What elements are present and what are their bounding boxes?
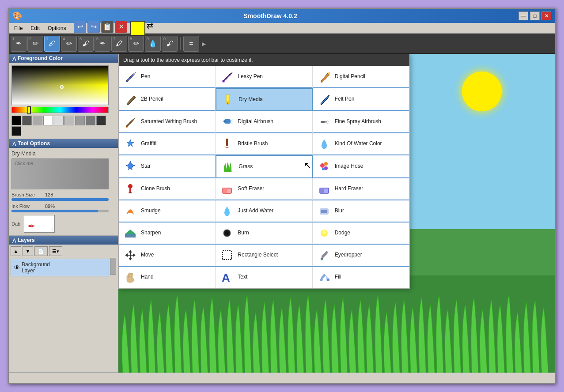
- hue-bar[interactable]: [11, 107, 109, 113]
- foreground-chevron: ⋀: [12, 56, 16, 61]
- express-tool-0[interactable]: 0🖌: [162, 36, 178, 52]
- tool-dry-media[interactable]: Dry Media: [216, 88, 312, 111]
- express-tool-minus[interactable]: —=: [183, 36, 199, 52]
- minimize-button[interactable]: —: [519, 11, 528, 20]
- express-tool-4[interactable]: 4✏: [61, 36, 77, 52]
- burn-icon: [220, 226, 234, 240]
- tool-fill[interactable]: Fill: [313, 267, 409, 288]
- toolbar-copy-icon[interactable]: 📋: [101, 21, 114, 33]
- swatch-darkgray[interactable]: [22, 116, 32, 125]
- express-tool-8[interactable]: 8✏: [128, 36, 144, 52]
- background-layer[interactable]: 👁 BackgroundLayer: [11, 259, 109, 276]
- tool-soft-eraser[interactable]: Soft Eraser: [216, 178, 312, 200]
- tool-bristle-brush[interactable]: Bristle Brush: [216, 133, 312, 155]
- toolbar-undo-icon[interactable]: ↩: [74, 21, 86, 33]
- tool-eyedropper[interactable]: Eyedropper: [313, 245, 409, 267]
- express-tool-1[interactable]: 1✒: [11, 36, 26, 52]
- brush-size-slider[interactable]: [11, 198, 109, 201]
- maximize-button[interactable]: □: [530, 11, 540, 20]
- ink-flow-value: 89%: [45, 204, 61, 209]
- menu-edit[interactable]: Edit: [27, 24, 43, 32]
- express-tool-5[interactable]: 5🖌: [78, 36, 94, 52]
- tool-just-add-water[interactable]: Just Add Water: [216, 200, 312, 222]
- tool-leaky-pen[interactable]: Leaky Pen: [216, 66, 312, 88]
- layer-options-button[interactable]: ☰▾: [49, 246, 62, 256]
- tool-grass[interactable]: Grass: [216, 155, 312, 178]
- tool-digital-airbrush[interactable]: Digital Airbrush: [216, 111, 312, 133]
- color-picker-icon[interactable]: ⇄: [147, 21, 153, 36]
- tool-options-chevron: ⋀: [12, 141, 16, 146]
- dab-label: Dab: [11, 221, 20, 226]
- tool-options-header: ⋀ Tool Options: [9, 139, 118, 148]
- color-picker-area[interactable]: [9, 63, 118, 139]
- swatch-silver[interactable]: [64, 116, 74, 125]
- svg-rect-24: [320, 188, 324, 193]
- tool-image-hose[interactable]: Image Hose: [313, 155, 409, 178]
- tool-sharpen[interactable]: Sharpen: [119, 222, 216, 245]
- saturated-writing-brush-label: Saturated Writing Brush: [141, 118, 197, 125]
- tool-text[interactable]: A Text: [216, 267, 312, 288]
- tool-digital-pencil[interactable]: Digital Pencil: [313, 66, 409, 88]
- tool-hard-eraser[interactable]: Hard Eraser: [313, 178, 409, 200]
- dab-preview[interactable]: ✒ |: [24, 215, 55, 233]
- express-tool-6[interactable]: 6✒: [95, 36, 110, 52]
- tool-rectangle-select[interactable]: Rectangle Select: [216, 245, 312, 267]
- svg-rect-27: [125, 234, 136, 237]
- tool-preview[interactable]: Click me: [11, 158, 109, 189]
- canvas-area[interactable]: Drag a tool to the above express tool ba…: [118, 54, 555, 373]
- color-swatch-toolbar[interactable]: [130, 21, 145, 36]
- tool-burn[interactable]: Burn: [216, 222, 312, 245]
- layer-down-button[interactable]: ▼: [23, 246, 33, 256]
- tool-kind-of-water-color[interactable]: Kind Of Water Color: [313, 133, 409, 155]
- tool-fine-spray-airbrush[interactable]: Fine Spray Airbrush: [313, 111, 409, 133]
- tool-2b-pencil[interactable]: 2B Pencil: [119, 88, 216, 111]
- layer-visibility-icon[interactable]: 👁: [14, 264, 20, 271]
- close-button[interactable]: ✕: [541, 11, 551, 20]
- just-add-water-icon: [220, 204, 234, 218]
- swatch-gray[interactable]: [33, 116, 42, 125]
- tool-star[interactable]: Star: [119, 155, 216, 178]
- tool-saturated-writing-brush[interactable]: Saturated Writing Brush: [119, 111, 216, 133]
- tool-clone-brush[interactable]: Clone Brush: [119, 178, 216, 200]
- express-tool-9[interactable]: 9💧: [145, 36, 161, 52]
- text-icon: A: [220, 270, 234, 284]
- express-tool-3[interactable]: 3🖊: [44, 36, 60, 52]
- app-title: SmoothDraw 4.0.2: [22, 12, 519, 19]
- rectangle-select-label: Rectangle Select: [238, 252, 278, 259]
- swatch-charcoal[interactable]: [96, 116, 106, 125]
- layer-new-button[interactable]: 📄: [34, 246, 48, 256]
- swatch-lightgray[interactable]: [54, 116, 64, 125]
- digital-airbrush-label: Digital Airbrush: [238, 118, 273, 125]
- layer-row: 👁 BackgroundLayer: [11, 258, 116, 276]
- tool-graffiti[interactable]: Graffiti: [119, 133, 216, 155]
- express-tool-7[interactable]: 7🖍: [111, 36, 127, 52]
- toolbar-delete-icon[interactable]: ✕: [115, 21, 127, 33]
- grass-svg: [118, 275, 555, 373]
- ink-flow-slider[interactable]: [11, 210, 109, 212]
- tool-blur[interactable]: Blur: [313, 200, 409, 222]
- svg-point-29: [225, 231, 229, 235]
- tool-move[interactable]: Move: [119, 245, 216, 267]
- tool-dodge[interactable]: Dodge: [313, 222, 409, 245]
- tool-pen[interactable]: Pen: [119, 66, 216, 88]
- swatch-mid[interactable]: [75, 116, 85, 125]
- foreground-color-label: Foreground Color: [18, 55, 63, 61]
- express-tool-2[interactable]: 2✏: [27, 36, 43, 52]
- tool-smudge[interactable]: Smudge: [119, 200, 216, 222]
- swatch-black[interactable]: [11, 116, 21, 125]
- tool-hand[interactable]: Hand: [119, 267, 216, 288]
- swatch-nearblack[interactable]: [11, 126, 21, 136]
- tool-felt-pen[interactable]: Felt Pen: [313, 88, 409, 111]
- titlebar-buttons: — □ ✕: [519, 11, 551, 20]
- menu-file[interactable]: File: [11, 24, 26, 32]
- swatch-white[interactable]: [43, 116, 53, 125]
- express-toolbar-more[interactable]: ▸: [202, 39, 206, 49]
- layer-scrollbar[interactable]: [110, 258, 116, 275]
- svg-rect-13: [226, 139, 228, 146]
- color-gradient[interactable]: [11, 65, 109, 105]
- layer-up-button[interactable]: ▲: [11, 246, 21, 256]
- toolbar-redo-icon[interactable]: ↪: [87, 21, 100, 33]
- swatch-dim[interactable]: [86, 116, 95, 125]
- tool-popup: Drag a tool to the above express tool ba…: [118, 54, 410, 289]
- menu-options[interactable]: Options: [44, 24, 69, 32]
